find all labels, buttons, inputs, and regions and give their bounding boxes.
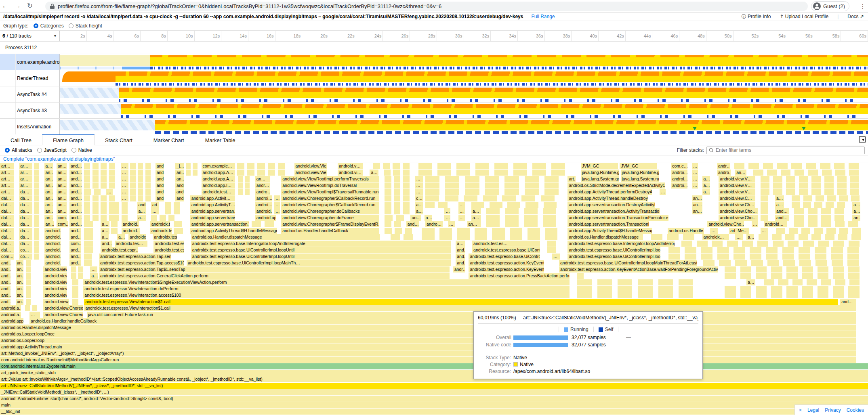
flame-box[interactable] xyxy=(799,254,810,260)
flame-box[interactable]: android.v… xyxy=(44,260,61,266)
flame-box[interactable] xyxy=(740,286,752,292)
flame-box[interactable]: androidx.test.espresso.action.Tap$1.send… xyxy=(99,266,450,272)
flame-box[interactable] xyxy=(824,189,834,195)
flame-box[interactable]: an… xyxy=(16,273,23,279)
flame-box[interactable] xyxy=(577,292,592,298)
flame-box[interactable]: ar… xyxy=(19,176,32,182)
flame-box[interactable] xyxy=(778,279,788,285)
flame-box[interactable]: main xyxy=(0,402,868,408)
flame-box[interactable] xyxy=(756,292,767,298)
flame-box[interactable] xyxy=(84,234,93,240)
flame-box[interactable] xyxy=(697,241,708,247)
flame-box[interactable]: androidx.test.espresso.ViewInteraction$1… xyxy=(84,299,837,305)
flame-box[interactable] xyxy=(384,170,391,176)
flame-box[interactable] xyxy=(852,228,861,234)
flame-box[interactable] xyxy=(457,228,469,234)
flame-box[interactable] xyxy=(835,279,845,285)
flame-box[interactable] xyxy=(396,215,404,221)
flame-box[interactable] xyxy=(851,234,861,240)
flame-box[interactable]: art::Method_invoke(_JNIEnv*, _jobject*, … xyxy=(0,350,856,356)
flame-box[interactable] xyxy=(759,234,768,240)
flame-box[interactable]: an… xyxy=(16,279,23,285)
flame-box[interactable]: and… xyxy=(69,254,81,260)
flame-box[interactable] xyxy=(464,195,477,201)
flame-box[interactable] xyxy=(725,286,736,292)
flame-box[interactable] xyxy=(505,208,519,214)
flame-box[interactable]: java.lang.Runtime.gc xyxy=(621,170,659,176)
flame-box[interactable]: androidx.test.espresso.ViewInteraction.d… xyxy=(83,286,569,292)
flame-box[interactable] xyxy=(26,273,31,279)
track-timeline[interactable] xyxy=(60,70,868,86)
flame-box[interactable]: java.lang.Runtime.gc xyxy=(581,170,619,176)
flame-box[interactable] xyxy=(799,260,811,266)
reload-icon[interactable]: ↻ xyxy=(25,0,35,12)
flame-box[interactable] xyxy=(385,189,391,195)
flame-box[interactable] xyxy=(824,176,834,182)
flame-box[interactable]: dal… xyxy=(0,195,14,201)
flame-box[interactable] xyxy=(703,260,715,266)
flame-box[interactable] xyxy=(490,202,502,208)
flame-box[interactable] xyxy=(109,163,115,169)
flame-box[interactable]: and… xyxy=(840,299,856,305)
flame-box[interactable]: … xyxy=(106,189,113,195)
flame-box[interactable] xyxy=(832,260,843,266)
flame-box[interactable] xyxy=(394,176,401,182)
flame-box[interactable] xyxy=(84,182,90,189)
track-timeline[interactable] xyxy=(60,54,868,70)
flame-box[interactable] xyxy=(532,163,546,169)
flame-box[interactable]: da… xyxy=(19,228,32,234)
flame-box[interactable] xyxy=(101,176,107,182)
flame-box[interactable] xyxy=(394,208,401,214)
flame-box[interactable]: androidx.test.espresso.ViewInteraction$1… xyxy=(84,305,855,311)
flame-box[interactable]: androidx.test.espresso.action.Tap.access… xyxy=(99,260,184,266)
flame-box[interactable]: android… xyxy=(44,228,61,234)
flame-box[interactable] xyxy=(145,176,151,182)
flame-box[interactable]: android.view.C… xyxy=(719,195,755,201)
flame-box[interactable] xyxy=(92,170,99,176)
flame-box[interactable]: android.view.ViewRo… xyxy=(43,273,67,279)
flame-box[interactable]: … xyxy=(660,189,666,195)
flame-box[interactable] xyxy=(712,241,723,247)
flame-box[interactable] xyxy=(160,215,166,221)
flame-box[interactable] xyxy=(138,163,143,169)
flame-box[interactable]: dal… xyxy=(0,247,14,253)
flame-box[interactable]: … xyxy=(448,221,455,227)
flame-box[interactable]: an… xyxy=(16,292,23,298)
flame-box[interactable]: and… xyxy=(69,163,82,169)
flame-box[interactable] xyxy=(811,182,821,189)
flame-box[interactable]: art::JNI<true>::CallStaticVoidMethodV(_J… xyxy=(0,383,868,389)
flame-box[interactable] xyxy=(685,247,696,253)
flame-box[interactable] xyxy=(848,292,860,298)
flame-box[interactable] xyxy=(551,163,565,169)
flame-box[interactable]: dal… xyxy=(0,241,14,247)
track-label[interactable]: com.example.android… xyxy=(0,54,60,70)
flame-box[interactable] xyxy=(767,170,777,176)
flame-box[interactable]: androidx.test.espresso.base.UiController… xyxy=(559,260,697,266)
flame-box[interactable]: an… xyxy=(16,299,23,305)
close-icon[interactable]: × xyxy=(799,407,802,413)
flame-box[interactable] xyxy=(92,195,99,201)
flame-box[interactable] xyxy=(740,292,752,298)
flame-box[interactable] xyxy=(486,221,500,227)
flame-box[interactable] xyxy=(777,163,787,169)
flame-box[interactable]: … xyxy=(151,208,159,214)
flame-box[interactable] xyxy=(547,247,556,253)
flame-box[interactable] xyxy=(701,254,712,260)
flame-box[interactable]: JVM_GC xyxy=(620,163,657,169)
flame-box[interactable]: and… xyxy=(69,260,81,266)
flame-box[interactable]: andro… xyxy=(717,170,731,176)
flame-box[interactable] xyxy=(833,241,844,247)
footer-link-legal[interactable]: Legal xyxy=(807,407,819,413)
flame-box[interactable] xyxy=(541,195,555,201)
flame-box[interactable]: dal… xyxy=(0,202,14,208)
flame-box[interactable] xyxy=(638,286,653,292)
flame-box[interactable] xyxy=(245,189,250,195)
flame-box[interactable]: an… xyxy=(44,221,54,227)
flame-box[interactable] xyxy=(34,182,39,189)
flame-box[interactable] xyxy=(658,292,673,298)
flame-box[interactable]: a… xyxy=(746,279,755,285)
flame-box[interactable] xyxy=(791,163,801,169)
flame-box[interactable] xyxy=(422,228,434,234)
flame-box[interactable] xyxy=(802,266,813,272)
flame-box[interactable] xyxy=(792,195,800,201)
